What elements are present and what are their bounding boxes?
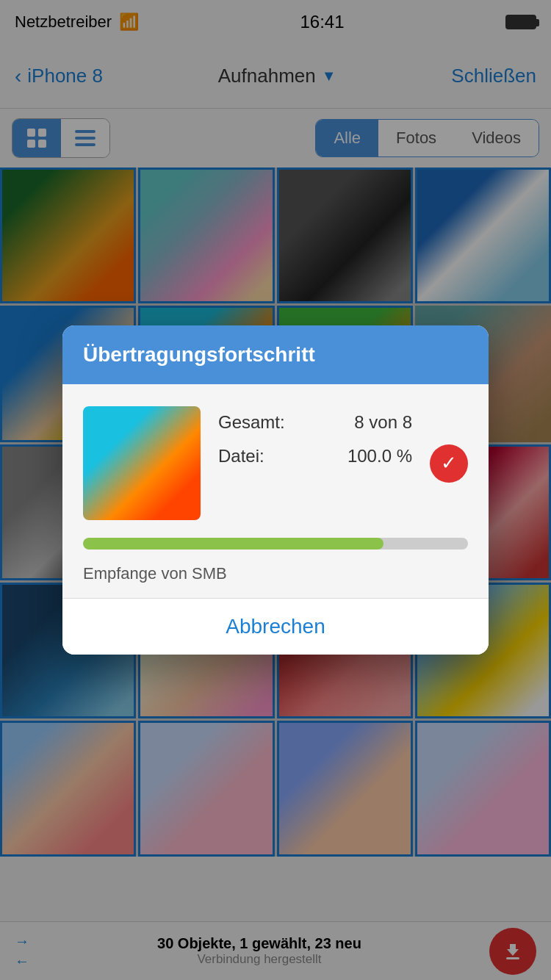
checkmark-badge: ✓ — [430, 444, 468, 483]
progress-bar-fill — [83, 538, 383, 550]
transfer-progress-modal: Übertragungsfortschritt Gesamt: 8 von 8 … — [62, 325, 489, 655]
cancel-button[interactable]: Abbrechen — [79, 615, 472, 638]
modal-header: Übertragungsfortschritt — [62, 325, 489, 384]
thumbnail-image — [83, 406, 201, 520]
file-value: 100.0 % — [347, 446, 412, 466]
file-stat-row: Datei: 100.0 % — [218, 446, 412, 466]
modal-footer: Abbrechen — [62, 599, 489, 655]
modal-body: Gesamt: 8 von 8 Datei: 100.0 % ✓ Empfang… — [62, 384, 489, 599]
status-text: Empfange von SMB — [83, 564, 468, 583]
progress-bar-container — [83, 538, 468, 550]
total-label: Gesamt: — [218, 412, 285, 433]
modal-title: Übertragungsfortschritt — [83, 343, 468, 367]
modal-stats: Gesamt: 8 von 8 Datei: 100.0 % — [218, 406, 412, 480]
modal-overlay: Übertragungsfortschritt Gesamt: 8 von 8 … — [0, 0, 551, 980]
total-stat-row: Gesamt: 8 von 8 — [218, 412, 412, 433]
total-value: 8 von 8 — [354, 412, 412, 433]
transfer-thumbnail — [83, 406, 201, 520]
modal-info-row: Gesamt: 8 von 8 Datei: 100.0 % ✓ — [83, 406, 468, 520]
file-label: Datei: — [218, 446, 264, 466]
